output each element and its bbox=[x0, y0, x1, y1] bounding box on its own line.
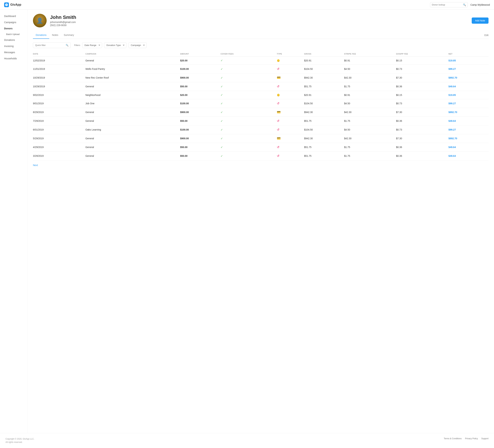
sidebar-item-messages[interactable]: Messages bbox=[0, 49, 27, 55]
footer-link-terms[interactable]: Terms & Conditions bbox=[444, 437, 462, 440]
next-link[interactable]: Next bbox=[33, 164, 489, 167]
cell-cover-fees: ✓ bbox=[221, 65, 277, 74]
table-row[interactable]: 10/29/2019 General $50.00 ✓ ↺ $51.75 $1.… bbox=[33, 82, 489, 91]
table-row[interactable]: 3/29/2019 General $50.00 ✓ ↺ $51.75 $1.7… bbox=[33, 152, 489, 160]
cell-campaign: General bbox=[86, 143, 180, 152]
cell-gross: $20.91 bbox=[304, 56, 344, 65]
cell-givapp-fee: $0.73 bbox=[396, 99, 448, 108]
type-icon-recurring: ↺ bbox=[277, 67, 279, 71]
table-row[interactable]: 9/02/2019 Neighborhood $20.00 ✓ 🪙 $20.91… bbox=[33, 91, 489, 99]
campaign-select[interactable]: Campaign bbox=[128, 42, 147, 48]
cell-cover-fees: ✓ bbox=[221, 125, 277, 134]
app-name: GivApp bbox=[10, 3, 21, 7]
cell-cover-fees: ✓ bbox=[221, 117, 277, 125]
cell-type: ↺ bbox=[277, 99, 304, 108]
cell-stripe-fee: $1.75 bbox=[344, 82, 396, 91]
table-row[interactable]: 9/01/2019 Job One $100.00 ✓ ↺ $104.50 $4… bbox=[33, 99, 489, 108]
col-header-date: Date bbox=[33, 51, 86, 56]
table-row[interactable]: 4/29/2019 General $50.00 ✓ ↺ $51.75 $1.7… bbox=[33, 143, 489, 152]
cell-campaign: Oaks Learning bbox=[86, 125, 180, 134]
table-row[interactable]: 8/29/2019 General $900.00 ✓ 💳 $942.30 $4… bbox=[33, 108, 489, 117]
cell-givapp-fee: $0.36 bbox=[396, 143, 448, 152]
quick-filter-container[interactable]: 🔍 bbox=[33, 42, 71, 48]
cell-campaign: General bbox=[86, 117, 180, 125]
cell-gross: $51.75 bbox=[304, 82, 344, 91]
type-icon-recurring: ↺ bbox=[277, 102, 279, 105]
profile-name: John Smith bbox=[50, 14, 468, 20]
add-note-button[interactable]: Add Note bbox=[472, 17, 489, 24]
cell-cover-fees: ✓ bbox=[221, 143, 277, 152]
type-icon-cash: 🪙 bbox=[277, 59, 280, 62]
type-icon-recurring: ↺ bbox=[277, 119, 279, 123]
cell-campaign: General bbox=[86, 134, 180, 143]
cell-type: 🪙 bbox=[277, 91, 304, 99]
table-row[interactable]: 11/01/2019 Wells Food Pantry $100.00 ✓ ↺… bbox=[33, 65, 489, 74]
cell-stripe-fee: $0.91 bbox=[344, 91, 396, 99]
cell-date: 4/29/2019 bbox=[33, 143, 86, 152]
footer-link-privacy[interactable]: Privacy Policy bbox=[465, 437, 478, 440]
sidebar-item-households[interactable]: Households bbox=[0, 55, 27, 62]
sidebar-item-donors[interactable]: Donors bbox=[0, 25, 27, 32]
cell-amount: $20.00 bbox=[180, 56, 221, 65]
tab-donations[interactable]: Donations bbox=[33, 32, 49, 39]
type-icon-card: 💳 bbox=[277, 111, 281, 114]
cell-amount: $50.00 bbox=[180, 117, 221, 125]
cell-campaign: General bbox=[86, 108, 180, 117]
cell-givapp-fee: $7.30 bbox=[396, 108, 448, 117]
cell-date: 8/29/2019 bbox=[33, 108, 86, 117]
profile-phone: (502) 228-9030 bbox=[50, 24, 468, 26]
table-row[interactable]: 5/29/2019 General $900.00 ✓ 💳 $942.30 $4… bbox=[33, 134, 489, 143]
cell-gross: $104.50 bbox=[304, 125, 344, 134]
cell-givapp-fee: $7.30 bbox=[396, 134, 448, 143]
cell-gross: $942.30 bbox=[304, 108, 344, 117]
cell-campaign: General bbox=[86, 82, 180, 91]
sidebar-item-invoicing[interactable]: Invoicing bbox=[0, 43, 27, 49]
type-icon-recurring: ↺ bbox=[277, 145, 279, 149]
cell-net: $892.70 bbox=[448, 134, 489, 143]
cell-givapp-fee: $0.15 bbox=[396, 56, 448, 65]
check-icon: ✓ bbox=[221, 155, 223, 157]
cell-gross: $942.30 bbox=[304, 74, 344, 82]
table-row[interactable]: 12/02/2019 General $20.00 ✓ 🪙 $20.91 $0.… bbox=[33, 56, 489, 65]
search-icon: 🔍 bbox=[463, 3, 466, 6]
table-row[interactable]: 7/29/2019 General $50.00 ✓ ↺ $51.75 $1.7… bbox=[33, 117, 489, 125]
footer-links: Terms & Conditions Privacy Policy Suppor… bbox=[444, 437, 489, 440]
sidebar-item-donations[interactable]: Donations bbox=[0, 37, 27, 43]
edit-link[interactable]: Edit bbox=[484, 34, 489, 37]
cell-amount: $20.00 bbox=[180, 91, 221, 99]
col-header-cover-fees: Cover Fees bbox=[221, 51, 277, 56]
donor-lookup-input[interactable] bbox=[432, 3, 462, 6]
footer: Copyright © 2020, GivApp LLC. All rights… bbox=[0, 433, 494, 448]
footer-link-support[interactable]: Support bbox=[481, 437, 489, 440]
table-row[interactable]: 10/29/2019 New Rec Center Roof $900.00 ✓… bbox=[33, 74, 489, 82]
cell-cover-fees: ✓ bbox=[221, 56, 277, 65]
cell-campaign: General bbox=[86, 152, 180, 160]
donor-lookup-container[interactable]: 🔍 bbox=[430, 2, 468, 7]
sidebar-item-dashboard[interactable]: Dashboard bbox=[0, 13, 27, 19]
sidebar-item-campaigns[interactable]: Campaigns bbox=[0, 19, 27, 25]
cell-date: 7/29/2019 bbox=[33, 117, 86, 125]
cell-givapp-fee: $0.15 bbox=[396, 91, 448, 99]
cell-cover-fees: ✓ bbox=[221, 108, 277, 117]
quick-filter-input[interactable] bbox=[35, 44, 64, 47]
cell-stripe-fee: $1.75 bbox=[344, 143, 396, 152]
tab-summary[interactable]: Summary bbox=[61, 32, 77, 39]
cell-givapp-fee: $7.30 bbox=[396, 74, 448, 82]
cell-amount: $900.00 bbox=[180, 134, 221, 143]
donation-type-select[interactable]: Donation Type bbox=[104, 42, 126, 48]
cell-stripe-fee: $1.75 bbox=[344, 152, 396, 160]
cell-type: 💳 bbox=[277, 108, 304, 117]
check-icon: ✓ bbox=[221, 76, 223, 79]
tab-notes[interactable]: Notes bbox=[49, 32, 61, 39]
sidebar-item-batch-upload[interactable]: Batch Upload bbox=[0, 32, 27, 37]
check-icon: ✓ bbox=[221, 137, 223, 140]
cell-campaign: General bbox=[86, 56, 180, 65]
cell-type: ↺ bbox=[277, 125, 304, 134]
cell-gross: $104.50 bbox=[304, 99, 344, 108]
check-icon: ✓ bbox=[221, 102, 223, 105]
cell-net: $99.27 bbox=[448, 65, 489, 74]
cell-givapp-fee: $0.36 bbox=[396, 82, 448, 91]
table-row[interactable]: 6/01/2019 Oaks Learning $100.00 ✓ ↺ $104… bbox=[33, 125, 489, 134]
cell-type: 💳 bbox=[277, 134, 304, 143]
date-range-select[interactable]: Date Range bbox=[82, 42, 102, 48]
